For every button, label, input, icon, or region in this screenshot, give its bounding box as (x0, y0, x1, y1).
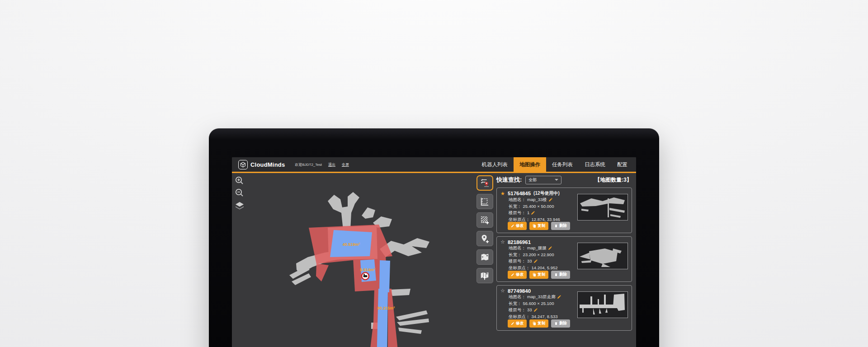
add-point-icon (480, 234, 490, 244)
map-upload-tool-button[interactable] (476, 268, 493, 283)
zoom-in-button[interactable] (234, 175, 245, 186)
add-point-tool-button[interactable] (476, 231, 493, 246)
task-point-list-icon (480, 178, 490, 188)
field-value: 25.400 × 50.000 (523, 203, 554, 210)
field-label: 地图名： (509, 245, 526, 252)
trash-icon (554, 273, 558, 277)
trash-icon (554, 224, 558, 228)
robot-position-marker[interactable] (362, 272, 369, 280)
area-measurement-label: 8.614m² (360, 267, 375, 272)
field-label: 地图名： (509, 294, 526, 300)
map-count-badge: 【地图数量:3】 (594, 176, 632, 184)
map-tool-column (475, 175, 494, 283)
menu-item-map-operation[interactable]: 地图操作 (514, 157, 546, 172)
copy-icon (533, 322, 536, 325)
field-label: 长宽： (509, 203, 522, 210)
map-card[interactable]: ★ 51764845 (12号使用中) 地图名：map_33楼 长宽：25.40… (496, 188, 632, 233)
edit-pencil-icon[interactable] (548, 197, 553, 202)
card-actions: 修改 复制 删除 (508, 271, 570, 279)
edit-pencil-icon[interactable] (548, 246, 552, 250)
edit-pencil-icon[interactable] (533, 308, 538, 312)
task-point-list-tool-button[interactable] (476, 175, 493, 191)
field-label: 长宽： (509, 252, 522, 258)
favorite-star-icon[interactable]: ☆ (500, 288, 505, 294)
map-list-panel: 快速查找: 全部 【地图数量:3】 ★ 51764845 (12号使用中) (496, 174, 632, 334)
card-actions: 修改 复制 删除 (508, 222, 570, 230)
edit-map-button[interactable]: 修改 (508, 222, 527, 230)
content-area: 40.519m² 8.614m² 80.215m² (232, 173, 636, 347)
copy-map-button[interactable]: 复制 (529, 271, 548, 279)
edit-pencil-icon[interactable] (533, 259, 538, 263)
field-label: 楼层号： (509, 307, 526, 314)
map-canvas[interactable]: 40.519m² 8.614m² 80.215m² (232, 173, 496, 347)
favorite-star-icon[interactable]: ★ (500, 191, 505, 197)
field-value: map_33楼 (527, 197, 547, 203)
top-navbar: CloudMinds 欢迎BJDT2_Test 退出 全屏 机器人列表 地图操作… (232, 157, 636, 172)
copy-icon (533, 273, 536, 277)
edit-pencil-icon (511, 322, 514, 325)
edit-pencil-icon (511, 224, 514, 228)
map-filter-select[interactable]: 全部 (525, 176, 561, 184)
field-label: 楼层号： (509, 210, 526, 216)
edit-pencil-icon[interactable] (531, 211, 535, 215)
edit-pencil-icon[interactable] (557, 295, 561, 299)
add-restricted-area-tool-button[interactable] (476, 212, 493, 228)
map-thumbnail (577, 243, 628, 269)
card-actions: 修改 复制 删除 (508, 319, 570, 328)
map-id: 51764845 (508, 191, 531, 196)
edit-pencil-icon (511, 273, 514, 277)
map-id: 82186961 (508, 239, 531, 245)
menu-item-log-system[interactable]: 日志系统 (579, 157, 611, 172)
laptop-mockup: CloudMinds 欢迎BJDT2_Test 退出 全屏 机器人列表 地图操作… (209, 128, 659, 347)
field-value: 1 (527, 210, 529, 216)
page-background: CloudMinds 欢迎BJDT2_Test 退出 全屏 机器人列表 地图操作… (0, 0, 868, 347)
app-screen: CloudMinds 欢迎BJDT2_Test 退出 全屏 机器人列表 地图操作… (232, 157, 636, 347)
fullscreen-link[interactable]: 全屏 (342, 162, 349, 167)
panel-header: 快速查找: 全部 【地图数量:3】 (496, 174, 632, 186)
field-value: 56.600 × 25.100 (523, 300, 554, 307)
cloudminds-logo-icon (238, 160, 248, 169)
trash-icon (554, 322, 558, 325)
add-restricted-area-icon (480, 215, 490, 225)
map-upload-icon (480, 271, 490, 281)
map-card[interactable]: ☆ 82186961 地图名：map_腿腿 长宽：23.200 × 22.900… (496, 236, 632, 282)
field-value: 23.200 × 22.900 (523, 252, 554, 258)
menu-item-config[interactable]: 配置 (611, 157, 633, 172)
logout-link[interactable]: 退出 (328, 162, 335, 167)
map-id: 87749840 (508, 288, 531, 294)
map-filter-value: 全部 (528, 177, 537, 183)
map-thumbnail (577, 194, 628, 220)
zoom-out-button[interactable] (234, 188, 245, 198)
area-measurement-label: 40.519m² (343, 242, 360, 247)
map-thumbnail (577, 291, 628, 318)
layers-button[interactable] (234, 201, 245, 211)
measure-area-icon (480, 197, 490, 206)
menu-item-robot-list[interactable]: 机器人列表 (476, 157, 514, 172)
field-value: map_腿腿 (527, 245, 547, 252)
map-card[interactable]: ☆ 87749840 地图名：map_33层走廊 长宽：56.600 × 25.… (496, 285, 632, 331)
measure-area-tool-button[interactable] (476, 194, 493, 209)
field-value: 33 (527, 307, 532, 314)
delete-map-button[interactable]: 删除 (551, 319, 570, 328)
field-label: 楼层号： (509, 258, 526, 265)
map-in-use-suffix: (12号使用中) (533, 190, 560, 197)
field-label: 长宽： (509, 300, 522, 307)
brand-name: CloudMinds (250, 161, 285, 168)
edit-map-button[interactable]: 修改 (508, 319, 527, 328)
menu-item-task-list[interactable]: 任务列表 (546, 157, 579, 172)
chevron-down-icon (555, 179, 558, 181)
field-label: 地图名： (509, 197, 526, 203)
copy-map-button[interactable]: 复制 (529, 222, 548, 230)
copy-map-button[interactable]: 复制 (529, 319, 548, 328)
delete-map-button[interactable]: 删除 (551, 222, 570, 230)
edit-map-button[interactable]: 修改 (508, 271, 527, 279)
favorite-star-icon[interactable]: ☆ (500, 239, 505, 245)
map-relocate-icon (480, 252, 490, 262)
map-relocate-tool-button[interactable] (476, 249, 493, 265)
area-measurement-label: 80.215m² (377, 306, 395, 310)
welcome-text: 欢迎BJDT2_Test (295, 162, 322, 167)
main-menu: 机器人列表 地图操作 任务列表 日志系统 配置 (476, 157, 637, 172)
delete-map-button[interactable]: 删除 (551, 271, 570, 279)
copy-icon (533, 224, 536, 228)
quick-search-label: 快速查找: (496, 176, 522, 184)
